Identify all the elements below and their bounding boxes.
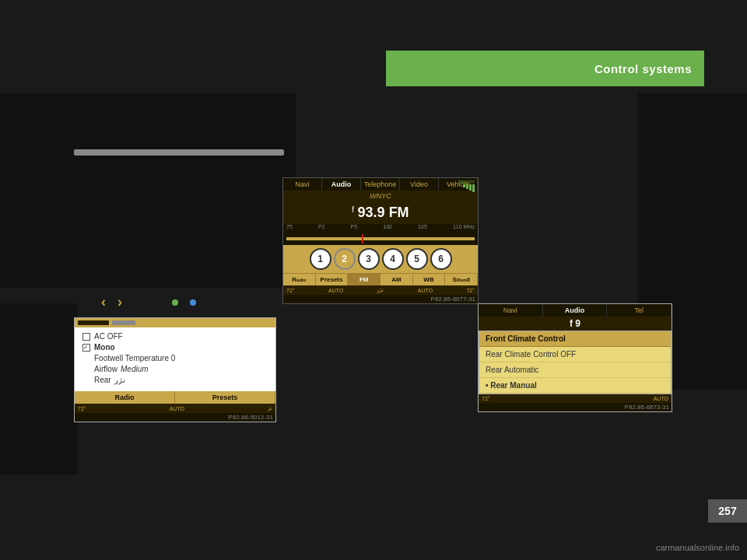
climate-mono-row: Mono bbox=[82, 343, 268, 352]
image-ref-climate: P82.86-5012-31 bbox=[75, 413, 275, 422]
preset-row: 1 2 3 4 5 6 bbox=[283, 245, 478, 273]
signal-bars bbox=[463, 184, 475, 192]
bottom-tab-wb[interactable]: WB bbox=[413, 274, 446, 285]
climate-footwell-row: Footwell Temperature 0 bbox=[82, 354, 268, 362]
climate-tab-radio[interactable]: Radio bbox=[75, 391, 175, 404]
radio-nav-tabs: Navi Audio Telephone Video Vehicle bbox=[283, 178, 478, 191]
freq-label-4: 100 bbox=[383, 224, 392, 229]
dot-spacer bbox=[157, 296, 160, 310]
right-freq-mark: f bbox=[570, 318, 573, 329]
tab-video[interactable]: Video bbox=[400, 178, 439, 191]
radio-bottom-tabs: Radio Presets FM AM WB Sound bbox=[283, 273, 478, 285]
climate-panel: AC OFF Mono Footwell Temperature 0 Airfl… bbox=[74, 317, 276, 422]
right-status-auto: AUTO bbox=[654, 396, 668, 401]
right-status-left: 72° bbox=[482, 396, 490, 401]
climate-bottom-tabs: Radio Presets bbox=[75, 391, 275, 404]
car-image-left bbox=[0, 93, 296, 288]
climate-top-bar-left bbox=[78, 320, 109, 325]
tab-audio[interactable]: Audio bbox=[322, 178, 361, 191]
green-dot-icon bbox=[172, 299, 178, 306]
freq-labels: 75 P2 P5 100 105 110 MHz bbox=[283, 224, 478, 229]
signal-bar-1 bbox=[463, 184, 465, 187]
bottom-tab-radio[interactable]: Radio bbox=[283, 274, 316, 285]
bottom-tab-presets[interactable]: Presets bbox=[316, 274, 349, 285]
footwell-label: Footwell Temperature 0 bbox=[94, 354, 175, 362]
climate-panel-top-bar bbox=[75, 318, 275, 327]
tab-navi[interactable]: Navi bbox=[283, 178, 322, 191]
freq-label-1: 75 bbox=[286, 224, 293, 229]
climate-tab-presets[interactable]: Presets bbox=[175, 391, 275, 404]
car-image-bottom-left bbox=[0, 303, 78, 474]
image-ref-right: P82.86-6673-31 bbox=[479, 403, 672, 411]
climate-icon: نژ bbox=[268, 405, 272, 411]
signal-bar-4 bbox=[472, 184, 475, 192]
bottom-tab-sound[interactable]: Sound bbox=[445, 274, 478, 285]
radio-status-left: 72° bbox=[286, 288, 295, 293]
preset-2[interactable]: 2 bbox=[334, 248, 356, 270]
freq-label-3: P5 bbox=[351, 224, 358, 229]
signal-bar-3 bbox=[469, 184, 472, 191]
right-tab-tel[interactable]: Tel bbox=[607, 304, 672, 317]
image-ref-radio: P82.86-6677-31 bbox=[283, 295, 478, 303]
dropdown-item-2[interactable]: Rear Automatic bbox=[479, 362, 671, 378]
signal-bar-2 bbox=[466, 184, 468, 189]
preset-4[interactable]: 4 bbox=[382, 248, 404, 270]
preset-6[interactable]: 6 bbox=[430, 248, 452, 270]
right-freq-value: 9 bbox=[575, 318, 580, 329]
freq-label-2: P2 bbox=[318, 224, 325, 229]
radio-status-row: 72° AUTO نژر AUTO 72° bbox=[283, 285, 478, 295]
page-number-text: 257 bbox=[718, 505, 736, 517]
ac-checkbox[interactable] bbox=[82, 333, 90, 341]
preset-5[interactable]: 5 bbox=[406, 248, 428, 270]
freq-marker bbox=[362, 234, 363, 243]
radio-status-right: 72° bbox=[466, 288, 475, 293]
freq-bar bbox=[283, 229, 478, 245]
arrow-indicators: ‹ › bbox=[101, 294, 196, 310]
mono-checkbox[interactable] bbox=[82, 344, 90, 352]
preset-3[interactable]: 3 bbox=[358, 248, 380, 270]
airflow-label: Airflow bbox=[94, 365, 117, 373]
airflow-value: Medium bbox=[121, 365, 149, 373]
left-arrow-icon: ‹ bbox=[101, 294, 106, 310]
radio-status-icon: نژر bbox=[377, 287, 384, 293]
right-tab-navi[interactable]: Navi bbox=[479, 304, 543, 317]
bottom-tab-am[interactable]: AM bbox=[381, 274, 413, 285]
right-arrow-icon: › bbox=[117, 294, 122, 310]
ac-label: AC OFF bbox=[94, 332, 123, 341]
dropdown-title: Front Climate Control bbox=[479, 331, 671, 347]
watermark-text: carmanualsonline.info bbox=[656, 543, 739, 552]
climate-airflow-row: Airflow Medium bbox=[82, 365, 268, 373]
frequency-display: f 93.9 FM bbox=[283, 201, 478, 224]
right-freq-display: f 9 bbox=[479, 317, 672, 331]
preset-1[interactable]: 1 bbox=[310, 248, 331, 270]
tab-telephone[interactable]: Telephone bbox=[361, 178, 400, 191]
freq-label-5: 105 bbox=[418, 224, 427, 229]
dropdown-item-1[interactable]: Rear Climate Control OFF bbox=[479, 347, 671, 362]
freq-value: 93.9 FM bbox=[358, 205, 409, 220]
radio-screen: READY Navi Audio Telephone Video Vehicle… bbox=[282, 177, 479, 304]
climate-rear-row: Rear نژر bbox=[82, 376, 268, 384]
climate-panel-right: Navi Audio Tel f 9 Front Climate Control… bbox=[478, 303, 672, 412]
header-banner: Control systems bbox=[386, 51, 704, 86]
station-name: WNYC bbox=[283, 191, 478, 201]
mono-label: Mono bbox=[94, 343, 115, 352]
radio-auto-text-2: AUTO bbox=[418, 288, 433, 293]
dropdown-item-3[interactable]: • Rear Manual bbox=[479, 378, 671, 394]
rear-value: نژر bbox=[114, 376, 125, 384]
rear-label: Rear bbox=[94, 376, 111, 384]
freq-mark: f bbox=[352, 205, 354, 214]
dropdown-menu: Front Climate Control Rear Climate Contr… bbox=[479, 331, 672, 394]
climate-top-bar-right bbox=[112, 320, 135, 325]
climate-status-row: 72° AUTO نژ bbox=[75, 404, 275, 413]
climate-auto: AUTO bbox=[170, 406, 184, 411]
gray-divider bbox=[74, 149, 284, 156]
bottom-tab-fm[interactable]: FM bbox=[348, 274, 381, 285]
climate-right-nav: Navi Audio Tel bbox=[479, 304, 672, 317]
climate-ac-row: AC OFF bbox=[82, 332, 268, 341]
right-status-row: 72° AUTO bbox=[479, 394, 672, 403]
radio-auto-text: AUTO bbox=[328, 288, 343, 293]
right-tab-audio[interactable]: Audio bbox=[543, 304, 608, 317]
climate-main: AC OFF Mono Footwell Temperature 0 Airfl… bbox=[75, 327, 275, 391]
blue-dot-icon bbox=[190, 299, 196, 306]
page-title: Control systems bbox=[594, 62, 692, 75]
